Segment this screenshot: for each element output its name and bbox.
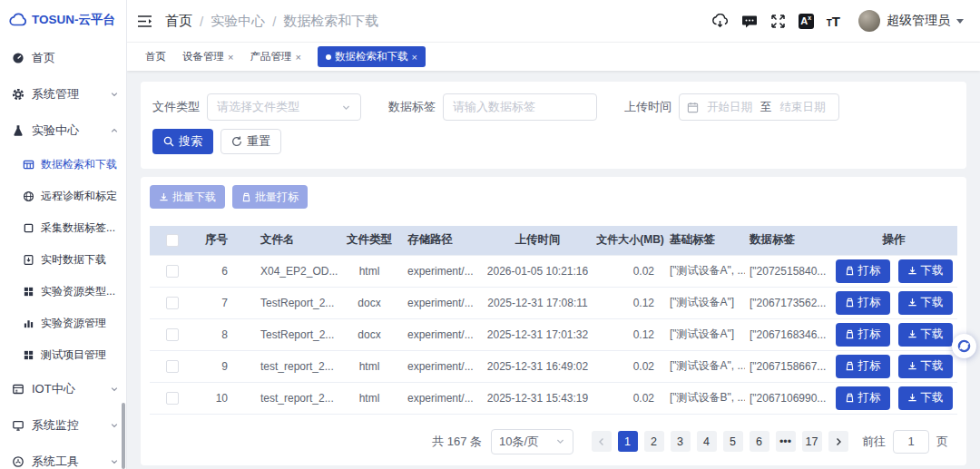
cell-basetag: ["测试设备A", ...: [665, 350, 745, 382]
search-button[interactable]: 搜索: [152, 129, 213, 154]
batch-tag-label: 批量打标: [255, 190, 299, 205]
breadcrumb-experiment-center[interactable]: 实验中心: [211, 13, 265, 30]
tag-button[interactable]: 打标: [836, 323, 890, 347]
tag-button[interactable]: 打标: [836, 259, 890, 283]
sidebar-item-experiment-resource-type[interactable]: 实验资源类型...: [0, 276, 126, 308]
sidebar-item-home[interactable]: 首页: [0, 40, 126, 76]
page-button-6[interactable]: 6: [750, 431, 769, 452]
download-button[interactable]: 下载: [898, 259, 953, 283]
goto-page-input[interactable]: 1: [893, 430, 929, 454]
sidebar-item-label: 实时数据下载: [41, 252, 106, 268]
select-all-checkbox[interactable]: [166, 234, 179, 247]
sidebar-item-experiment-resource-management[interactable]: 实验资源管理: [0, 308, 126, 339]
active-dot: [326, 54, 331, 60]
more-pages-button[interactable]: •••: [776, 431, 796, 452]
batch-download-button[interactable]: 批量下载: [150, 185, 225, 209]
download-label: 下载: [921, 295, 944, 310]
sidebar-item-experiment-center[interactable]: 实验中心: [0, 112, 126, 149]
close-icon[interactable]: ×: [411, 52, 416, 63]
sidebar-item-test-project-management[interactable]: 测试项目管理: [0, 339, 126, 371]
breadcrumb-home[interactable]: 首页: [165, 13, 192, 30]
download-button[interactable]: 下载: [898, 291, 953, 315]
cell-filetype: html: [340, 350, 398, 382]
sidebar-item-system-management[interactable]: 系统管理: [0, 76, 126, 112]
sidebar-item-system-tools[interactable]: 系统工具: [0, 444, 126, 469]
page-button-17[interactable]: 17: [802, 431, 822, 452]
search-label: 搜索: [179, 133, 202, 150]
font-size-icon[interactable]: TT: [827, 14, 840, 29]
sidebar-item-data-search-download[interactable]: 数据检索和下载: [0, 149, 126, 181]
tab-product-management[interactable]: 产品管理×: [250, 46, 300, 67]
sidebar-item-label: 测试项目管理: [41, 347, 106, 363]
cell-size: 0.12: [595, 287, 665, 318]
reset-button[interactable]: 重置: [220, 129, 281, 154]
sidebar-item-label: IOT中心: [32, 381, 75, 397]
page-button-3[interactable]: 3: [671, 431, 691, 452]
tab-home[interactable]: 首页: [145, 46, 166, 67]
close-icon[interactable]: ×: [228, 52, 233, 63]
fullscreen-icon[interactable]: [770, 14, 786, 29]
column-header-actions: 操作: [830, 226, 957, 255]
table-panel: 批量下载 批量打标 序号 文件名: [141, 177, 966, 465]
floating-helper-button[interactable]: [952, 334, 976, 358]
close-icon[interactable]: ×: [295, 52, 300, 63]
sidebar-fold-icon[interactable]: [137, 15, 152, 28]
download-label: 下载: [921, 263, 944, 278]
row-checkbox[interactable]: [166, 328, 179, 341]
start-date-placeholder[interactable]: 开始日期: [707, 100, 752, 115]
cell-filetype: docx: [340, 318, 398, 350]
download-button[interactable]: 下载: [898, 355, 953, 378]
tag-button[interactable]: 打标: [836, 291, 890, 315]
date-range-picker[interactable]: 开始日期 至 结束日期: [679, 93, 839, 121]
page-button-2[interactable]: 2: [644, 431, 664, 452]
end-date-placeholder[interactable]: 结束日期: [780, 100, 826, 115]
user-menu[interactable]: 超级管理员: [858, 10, 964, 32]
file-type-select[interactable]: 请选择文件类型: [207, 93, 361, 121]
row-checkbox[interactable]: [166, 265, 179, 278]
pagination: 共 167 条 10条/页 1 2 3 4 5 6 ••• 17: [150, 429, 948, 462]
table-row: 7 TestReport_2... docx experiment/... 20…: [150, 287, 957, 318]
download-icon: [907, 266, 917, 276]
tag-button[interactable]: 打标: [836, 386, 890, 410]
sidebar-item-iot-center[interactable]: IOT中心: [0, 371, 126, 407]
data-tag-input[interactable]: 请输入数据标签: [443, 93, 597, 121]
download-button[interactable]: 下载: [898, 386, 953, 410]
download-button[interactable]: 下载: [898, 323, 953, 347]
content: 文件类型 请选择文件类型 数据标签 请输入数据标签 上传时间: [127, 71, 980, 469]
iot-icon: [12, 383, 24, 396]
tag-button[interactable]: 打标: [836, 355, 890, 378]
page-button-4[interactable]: 4: [697, 431, 717, 452]
batch-download-label: 批量下载: [172, 190, 216, 205]
page-button-1[interactable]: 1: [618, 431, 638, 452]
table-toolbar: 批量下载 批量打标: [150, 185, 957, 209]
sidebar-item-collect-data-tags[interactable]: 采集数据标签...: [0, 212, 126, 244]
page-unit-label: 页: [936, 434, 948, 450]
sidebar-item-remote-diagnosis[interactable]: 远程诊断和标定: [0, 181, 126, 212]
page-button-5[interactable]: 5: [723, 431, 743, 452]
batch-tag-button[interactable]: 批量打标: [232, 185, 308, 209]
prev-page-button[interactable]: [592, 431, 612, 452]
tab-device-management[interactable]: 设备管理×: [182, 46, 233, 67]
cloud-download-icon[interactable]: [711, 14, 729, 29]
cell-basetag: ["测试设备A", ...: [665, 255, 745, 287]
file-type-placeholder: 请选择文件类型: [217, 99, 299, 115]
row-checkbox[interactable]: [166, 392, 179, 405]
cell-datatag: ["2067106990...: [745, 382, 830, 414]
page-size-select[interactable]: 10条/页: [491, 429, 573, 454]
cell-size: 0.02: [595, 350, 665, 382]
row-checkbox[interactable]: [166, 297, 179, 309]
cloud-logo-icon: [9, 13, 27, 27]
tab-data-search-download[interactable]: 数据检索和下载×: [318, 46, 426, 67]
next-page-button[interactable]: [828, 431, 848, 452]
sidebar-item-system-monitor[interactable]: 系统监控: [0, 407, 126, 444]
translate-icon[interactable]: Ax: [799, 14, 814, 29]
row-checkbox[interactable]: [166, 360, 179, 373]
filter-data-tag: 数据标签 请输入数据标签: [388, 93, 597, 121]
tag-label: 打标: [858, 263, 881, 278]
cell-datatag: ["2067158667...: [745, 350, 830, 382]
sidebar-item-realtime-data-download[interactable]: 实时数据下载: [0, 244, 126, 276]
message-icon[interactable]: [741, 14, 758, 29]
tab-label: 设备管理: [182, 50, 224, 64]
sidebar-scrollbar[interactable]: [122, 403, 125, 469]
tag-label: 打标: [858, 390, 881, 405]
